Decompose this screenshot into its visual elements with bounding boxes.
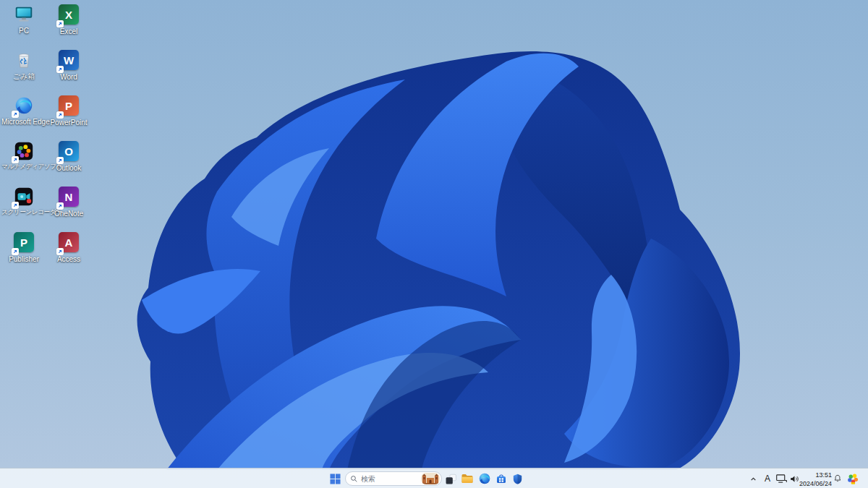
shortcut-arrow-icon (12, 111, 19, 118)
desktop-icon-word[interactable]: W Word (46, 49, 91, 82)
icon-label: PowerPoint (46, 119, 91, 127)
quick-settings-button[interactable] (774, 470, 801, 487)
multimedia-soft-icon (13, 140, 35, 162)
folder-icon (461, 472, 474, 485)
shortcut-arrow-icon (56, 202, 64, 210)
speaker-icon (789, 474, 800, 484)
shortcut-arrow-icon (12, 156, 19, 163)
microsoft-store-button[interactable] (493, 470, 510, 487)
bell-icon (833, 474, 843, 484)
shield-icon (511, 473, 524, 485)
recycle-bin-icon (13, 49, 35, 71)
running-multimedia-app-tray[interactable] (845, 470, 861, 487)
shortcut-arrow-icon (12, 202, 19, 209)
windows-logo-icon (330, 474, 341, 484)
taskbar-search-box[interactable] (345, 471, 442, 486)
pc-icon (13, 4, 35, 25)
shortcut-arrow-icon (56, 66, 64, 73)
search-icon (350, 475, 358, 483)
edge-taskbar-button[interactable] (476, 470, 493, 487)
bing-daily-image-thumbnail[interactable] (421, 473, 440, 484)
task-view-button[interactable] (442, 470, 459, 487)
edge-icon (13, 95, 35, 116)
file-explorer-button[interactable] (459, 470, 476, 487)
desktop-icon-multimedia-soft[interactable]: マルチメディアソフト (1, 140, 46, 171)
start-button[interactable] (325, 470, 345, 487)
clock[interactable]: 13:51 2024/06/24 (799, 469, 832, 488)
store-bag-icon (495, 472, 508, 485)
chevron-up-icon (749, 474, 758, 484)
desktop-icon-excel[interactable]: X Excel (46, 4, 91, 36)
shortcut-arrow-icon (56, 157, 64, 164)
desktop-icon-access[interactable]: A Access (46, 231, 91, 264)
hidden-icons-chevron[interactable] (747, 470, 759, 487)
multimedia-colorful-dots-icon (846, 472, 859, 485)
access-icon: A (58, 232, 80, 254)
icon-label: Access (46, 255, 91, 264)
desktop-icon-screen-recorder[interactable]: スクリーンレコーダー (1, 186, 46, 216)
onenote-icon: N (58, 187, 80, 208)
clock-date: 2024/06/24 (799, 480, 832, 488)
word-icon: W (58, 50, 80, 72)
desktop-icon-powerpoint[interactable]: P PowerPoint (46, 95, 91, 127)
icon-label: Word (46, 73, 91, 82)
desktop-icon-onenote[interactable]: N OneNote (46, 186, 91, 218)
icon-label: Excel (46, 27, 91, 36)
shortcut-arrow-icon (56, 111, 64, 119)
icon-label: OneNote (46, 210, 91, 218)
excel-icon: X (58, 4, 80, 26)
desktop-icon-pc[interactable]: PC (1, 4, 46, 35)
icon-label: PC (1, 27, 46, 35)
desktop-icon-edge[interactable]: Microsoft Edge (1, 95, 46, 127)
icon-label: Outlook (46, 164, 91, 173)
windows-security-button[interactable] (509, 470, 526, 487)
screen-recorder-icon (13, 186, 35, 207)
outlook-icon: O (58, 141, 80, 163)
shortcut-arrow-icon (56, 248, 64, 255)
desktop-icon-recycle-bin[interactable]: ごみ箱 (1, 49, 46, 81)
desktop-icon-outlook[interactable]: O Outlook (46, 140, 91, 173)
icon-label: Publisher (1, 255, 46, 264)
powerpoint-icon: P (58, 95, 80, 117)
notification-center-button[interactable] (832, 470, 843, 487)
icon-label: マルチメディアソフト (1, 163, 46, 171)
task-view-icon (445, 473, 457, 485)
search-input[interactable] (361, 475, 421, 483)
clock-time: 13:51 (799, 471, 832, 480)
taskbar: A 13:51 2024/06/24 (0, 468, 868, 488)
icon-label: Microsoft Edge (1, 118, 46, 127)
shortcut-arrow-icon (56, 20, 64, 27)
icon-label: スクリーンレコーダー (1, 209, 46, 216)
wallpaper-bloom (0, 0, 868, 488)
ethernet-icon (775, 473, 788, 484)
icon-label: ごみ箱 (1, 72, 46, 81)
ime-mode-indicator[interactable]: A (762, 470, 773, 487)
shortcut-arrow-icon (12, 248, 19, 255)
edge-swirl-icon (478, 472, 491, 485)
desktop-icon-publisher[interactable]: P Publisher (1, 231, 46, 264)
publisher-icon: P (13, 232, 35, 254)
